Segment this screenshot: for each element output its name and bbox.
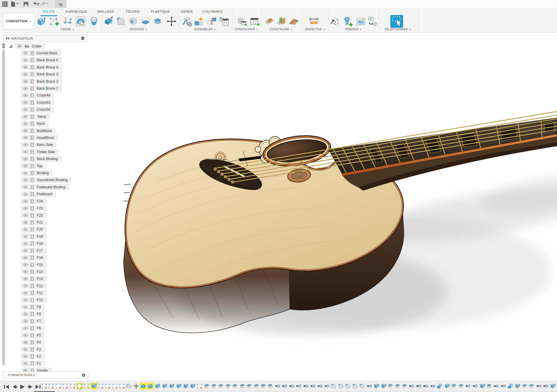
- visibility-eye-icon[interactable]: [23, 242, 28, 245]
- visibility-eye-icon[interactable]: [23, 207, 28, 210]
- tree-item[interactable]: F23: [21, 205, 47, 211]
- midplane-button[interactable]: [276, 16, 286, 27]
- timeline-feature-offset[interactable]: [486, 383, 492, 389]
- tree-item[interactable]: F10: [21, 297, 47, 303]
- save-icon[interactable]: [23, 1, 29, 7]
- tree-item[interactable]: Back Brace 1: [21, 86, 62, 92]
- timeline-feature-offset[interactable]: [253, 383, 259, 389]
- workspace-switcher[interactable]: CONCEPTION ▼: [3, 13, 35, 29]
- visibility-eye-icon[interactable]: [23, 348, 28, 351]
- timeline-feature-sketch[interactable]: [105, 383, 111, 389]
- timeline-feature-mface[interactable]: [310, 383, 316, 389]
- tree-item[interactable]: F16: [21, 255, 47, 261]
- shell-button[interactable]: [128, 16, 138, 27]
- visibility-eye-icon[interactable]: [23, 200, 28, 203]
- visibility-eye-icon[interactable]: [23, 228, 28, 231]
- visibility-eye-icon[interactable]: [23, 270, 28, 273]
- group-label-selectionner[interactable]: SÉLECTIONNER ▼: [378, 28, 418, 31]
- timeline-feature-mface[interactable]: [303, 383, 309, 389]
- visibility-eye-icon[interactable]: [23, 249, 28, 252]
- timeline-feature-mface[interactable]: [416, 383, 422, 389]
- visibility-eye-icon[interactable]: [23, 263, 28, 266]
- tree-item[interactable]: Neck: [21, 114, 50, 120]
- timeline-feature-offset[interactable]: [267, 383, 273, 389]
- tree-item[interactable]: F22: [21, 212, 47, 218]
- tree-item[interactable]: HeadBlock: [21, 135, 58, 141]
- tree-item[interactable]: Fretboard: [21, 191, 56, 197]
- timeline-feature-offset[interactable]: [387, 383, 393, 389]
- timeline-feature-offset[interactable]: [246, 383, 252, 389]
- timeline-feature-extrude[interactable]: [479, 383, 485, 389]
- tab-tolerie[interactable]: TÔLERIE: [126, 10, 140, 16]
- visibility-eye-icon[interactable]: [23, 214, 28, 217]
- timeline-feature-sketch[interactable]: [119, 383, 125, 389]
- navigator-scrollbar-cap[interactable]: [2, 43, 5, 49]
- tree-item-root[interactable]: Corps: [9, 43, 45, 49]
- visibility-eye-icon[interactable]: [23, 129, 28, 132]
- timeline-feature-offset[interactable]: [394, 383, 400, 389]
- plane-along-path-button[interactable]: [288, 16, 299, 27]
- timeline-feature-offset[interactable]: [451, 383, 457, 389]
- tree-item[interactable]: F5: [21, 332, 45, 338]
- timeline-feature-sketch[interactable]: [41, 383, 47, 389]
- tree-item[interactable]: Treble Side: [21, 149, 59, 155]
- redo-icon[interactable]: [40, 1, 47, 7]
- tab-maillage[interactable]: MAILLAGE: [97, 10, 114, 16]
- tree-item[interactable]: F1: [21, 361, 45, 367]
- tree-item[interactable]: F9: [21, 304, 45, 310]
- timeline-feature-mface[interactable]: [543, 383, 549, 389]
- tree-item[interactable]: Top: [21, 163, 46, 169]
- visibility-eye-icon[interactable]: [23, 313, 28, 316]
- visibility-eye-icon[interactable]: [23, 108, 28, 111]
- visibility-eye-icon[interactable]: [23, 115, 28, 118]
- timeline-feature-sketch[interactable]: [55, 383, 62, 389]
- timeline-step-back-button[interactable]: [12, 384, 18, 389]
- redo-caret[interactable]: [46, 3, 49, 4]
- tree-item[interactable]: F17: [21, 248, 47, 254]
- bom-table-button[interactable]: [219, 16, 229, 27]
- offset-face-button[interactable]: [140, 16, 151, 27]
- group-label-modifier[interactable]: MODIFIER ▼: [118, 28, 159, 31]
- thicken-button[interactable]: [152, 16, 163, 27]
- timeline-feature-sketch[interactable]: [98, 383, 104, 389]
- timeline-feature-extrude[interactable]: [176, 383, 182, 389]
- timeline-feature-fillet[interactable]: [345, 383, 351, 389]
- tree-item[interactable]: Corps53: [21, 99, 54, 105]
- tree-item[interactable]: F2: [21, 353, 45, 359]
- press-pull-button[interactable]: [103, 16, 114, 27]
- timeline-feature-fillet[interactable]: [352, 383, 358, 389]
- tree-item[interactable]: F4: [21, 339, 45, 345]
- timeline-feature-extrude[interactable]: [189, 383, 195, 389]
- group-label-inserer[interactable]: INSÉRER ▼: [333, 28, 374, 31]
- timeline-feature-extrude[interactable]: [514, 383, 520, 389]
- timeline-feature-mface[interactable]: [288, 383, 295, 389]
- timeline-feature-mface[interactable]: [472, 383, 478, 389]
- tree-item[interactable]: F12: [21, 283, 47, 289]
- timeline-skip-start-button[interactable]: [3, 384, 10, 389]
- tree-item[interactable]: Fretboard Binding: [21, 184, 69, 190]
- fillet-button[interactable]: [116, 16, 126, 27]
- visibility-eye-icon[interactable]: [23, 157, 28, 161]
- panel-options-icon[interactable]: [81, 36, 85, 40]
- configuration-table-button[interactable]: [249, 16, 260, 27]
- tree-item[interactable]: F19: [21, 233, 47, 239]
- visibility-eye-icon[interactable]: [23, 334, 28, 337]
- canvas-button[interactable]: [356, 16, 366, 27]
- insert-fastener-button[interactable]: [343, 16, 353, 27]
- tree-item[interactable]: Neck Binding: [21, 156, 62, 162]
- tab-surfacique[interactable]: SURFACIQUE: [65, 10, 87, 16]
- as-built-joint-button[interactable]: [207, 16, 217, 27]
- timeline-feature-offset[interactable]: [239, 383, 245, 389]
- tree-item[interactable]: F20: [21, 226, 47, 233]
- timeline-feature-mface[interactable]: [465, 383, 471, 389]
- timeline-feature-mface[interactable]: [295, 383, 301, 389]
- timeline-feature-mface[interactable]: [430, 383, 436, 389]
- tree-item[interactable]: SoundHole Binding: [21, 177, 71, 183]
- tree-item[interactable]: F14: [21, 269, 47, 275]
- timeline-feature-mface[interactable]: [281, 383, 287, 389]
- file-menu-caret[interactable]: [16, 3, 19, 4]
- visibility-eye-icon[interactable]: [17, 44, 22, 48]
- navigator-scrollbar[interactable]: [2, 50, 5, 365]
- undo-caret[interactable]: [38, 3, 40, 4]
- timeline-feature-sketch[interactable]: [112, 383, 118, 389]
